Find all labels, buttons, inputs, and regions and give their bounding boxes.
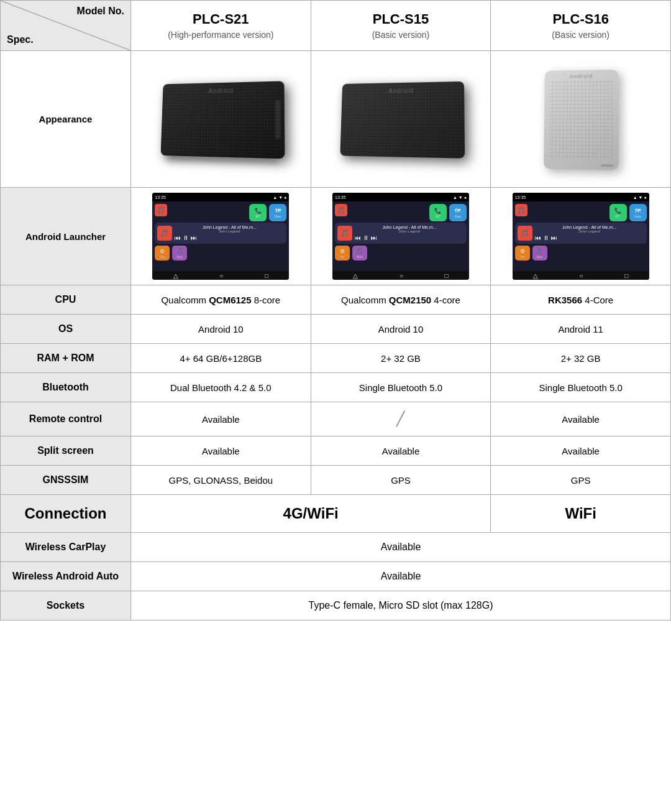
model-sub-s16: (Basic version) (496, 30, 665, 40)
launcher-s16-cell: 13:35 ▲ ▼ ● 🎵 📞BT 🗺Nav 🎵 (491, 188, 671, 285)
launcher-s15-cell: 13:35 ▲ ▼ ● 🎵 📞BT 🗺Nav 🎵 (311, 188, 491, 285)
remote-control-s21: Available (131, 402, 311, 436)
header-plcs16: PLC-S16 (Basic version) (491, 1, 671, 51)
product-image-s21: Android (136, 60, 306, 178)
gnsssim-row: GNSSSIM GPS, GLONASS, Beidou GPS GPS (1, 466, 671, 495)
android-launcher-row: Android Launcher 13:35 ▲ ▼ ● 🎵 📞BT 🗺Nav (1, 188, 671, 285)
ram-rom-s15: 2+ 32 GB (311, 344, 491, 373)
gnsssim-s21: GPS, GLONASS, Beidou (131, 466, 311, 495)
split-screen-s15: Available (311, 436, 491, 466)
header-plcs15: PLC-S15 (Basic version) (311, 1, 491, 51)
cpu-label: CPU (1, 285, 131, 315)
os-row: OS Android 10 Android 10 Android 11 (1, 315, 671, 344)
remote-control-label: Remote control (1, 402, 131, 436)
connection-s16: WiFi (491, 495, 671, 533)
cpu-s15: Qualcomm QCM2150 4-core (311, 285, 491, 315)
ram-rom-row: RAM + ROM 4+ 64 GB/6+128GB 2+ 32 GB 2+ 3… (1, 344, 671, 373)
sockets-label: Sockets (1, 591, 131, 621)
os-label: OS (1, 315, 131, 344)
appearance-label: Appearance (1, 51, 131, 188)
split-screen-s21: Available (131, 436, 311, 466)
wireless-carplay-value: Available (131, 533, 671, 562)
os-s15: Android 10 (311, 315, 491, 344)
launcher-screenshot-s21: 13:35 ▲ ▼ ● 🎵 📞BT 🗺Nav 🎵 (152, 193, 289, 280)
gnsssim-s15: GPS (311, 466, 491, 495)
launcher-artist: John Legend (175, 229, 284, 233)
split-screen-label: Split screen (1, 436, 131, 466)
gnsssim-label: GNSSSIM (1, 466, 131, 495)
os-s21: Android 10 (131, 315, 311, 344)
comparison-table: Model No. Spec. PLC-S21 (High-performanc… (0, 0, 671, 621)
sockets-value: Type-C female, Micro SD slot (max 128G) (131, 591, 671, 621)
split-screen-s16: Available (491, 436, 671, 466)
wireless-android-auto-row: Wireless Android Auto Available (1, 562, 671, 591)
ram-rom-label: RAM + ROM (1, 344, 131, 373)
cpu-model-s21: QCM6125 (209, 295, 251, 305)
header-row: Model No. Spec. PLC-S21 (High-performanc… (1, 1, 671, 51)
ram-rom-s21: 4+ 64 GB/6+128GB (131, 344, 311, 373)
connection-label: Connection (1, 495, 131, 533)
model-name-s15: PLC-S15 (316, 11, 486, 27)
launcher-screenshot-s16: 13:35 ▲ ▼ ● 🎵 📞BT 🗺Nav 🎵 (513, 193, 649, 280)
launcher-s21-cell: 13:35 ▲ ▼ ● 🎵 📞BT 🗺Nav 🎵 (131, 188, 311, 285)
model-sub-s21: (High-performance version) (136, 30, 306, 40)
model-no-label: Model No. (77, 6, 124, 17)
remote-control-s15: ╱ (311, 402, 491, 436)
launcher-song: John Legend - All of Me,m... (175, 225, 284, 229)
bluetooth-label: Bluetooth (1, 373, 131, 402)
bluetooth-s15: Single Bluetooth 5.0 (311, 373, 491, 402)
product-image-s16: Android (496, 60, 665, 178)
cpu-model-s15: QCM2150 (389, 295, 431, 305)
wireless-android-auto-value: Available (131, 562, 671, 591)
remote-control-s16: Available (491, 402, 671, 436)
cpu-row: CPU Qualcomm QCM6125 8-core Qualcomm QCM… (1, 285, 671, 315)
bluetooth-s16: Single Bluetooth 5.0 (491, 373, 671, 402)
launcher-time-s21: 13:35 (155, 195, 166, 200)
bluetooth-row: Bluetooth Dual Bluetooth 4.2 & 5.0 Singl… (1, 373, 671, 402)
model-sub-s15: (Basic version) (316, 30, 486, 40)
bluetooth-s21: Dual Bluetooth 4.2 & 5.0 (131, 373, 311, 402)
header-plcs21: PLC-S21 (High-performance version) (131, 1, 311, 51)
header-corner-cell: Model No. Spec. (1, 1, 131, 51)
wireless-carplay-label: Wireless CarPlay (1, 533, 131, 562)
slash-icon: ╱ (396, 411, 404, 427)
connection-row: Connection 4G/WiFi WiFi (1, 495, 671, 533)
launcher-time-s15: 13:35 (335, 195, 346, 200)
launcher-label: Android Launcher (1, 188, 131, 285)
os-s16: Android 11 (491, 315, 671, 344)
cpu-model-s16: RK3566 (548, 295, 582, 305)
appearance-s16-cell: Android (491, 51, 671, 188)
split-screen-row: Split screen Available Available Availab… (1, 436, 671, 466)
model-name-s21: PLC-S21 (136, 11, 306, 27)
appearance-row: Appearance Android Android (1, 51, 671, 188)
sockets-row: Sockets Type-C female, Micro SD slot (ma… (1, 591, 671, 621)
wireless-carplay-row: Wireless CarPlay Available (1, 533, 671, 562)
appearance-s15-cell: Android (311, 51, 491, 188)
launcher-screenshot-s15: 13:35 ▲ ▼ ● 🎵 📞BT 🗺Nav 🎵 (332, 193, 469, 280)
product-image-s15: Android (316, 60, 486, 178)
appearance-s21-cell: Android (131, 51, 311, 188)
wireless-android-auto-label: Wireless Android Auto (1, 562, 131, 591)
gnsssim-s16: GPS (491, 466, 671, 495)
cpu-s21: Qualcomm QCM6125 8-core (131, 285, 311, 315)
spec-label-text: Spec. (7, 34, 34, 45)
connection-s21-s15: 4G/WiFi (131, 495, 491, 533)
launcher-time-s16: 13:35 (515, 195, 526, 200)
ram-rom-s16: 2+ 32 GB (491, 344, 671, 373)
model-name-s16: PLC-S16 (496, 11, 665, 27)
cpu-s16: RK3566 4-Core (491, 285, 671, 315)
remote-control-row: Remote control Available ╱ Available (1, 402, 671, 436)
